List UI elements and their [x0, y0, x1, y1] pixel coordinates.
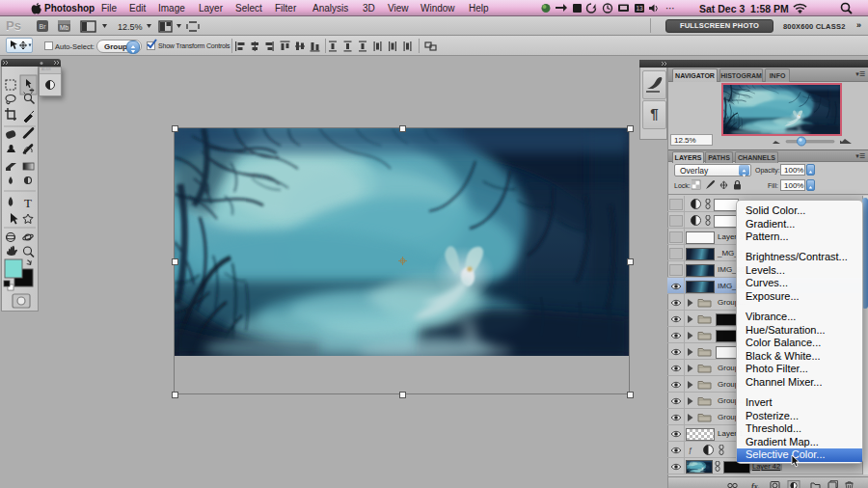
svg-text:12.5%: 12.5%: [118, 22, 143, 32]
svg-text:T: T: [24, 196, 32, 210]
svg-text:Mb: Mb: [60, 24, 68, 31]
svg-text:fx.: fx.: [751, 482, 760, 488]
svg-text:13: 13: [636, 5, 643, 12]
svg-text:Br: Br: [40, 23, 47, 30]
